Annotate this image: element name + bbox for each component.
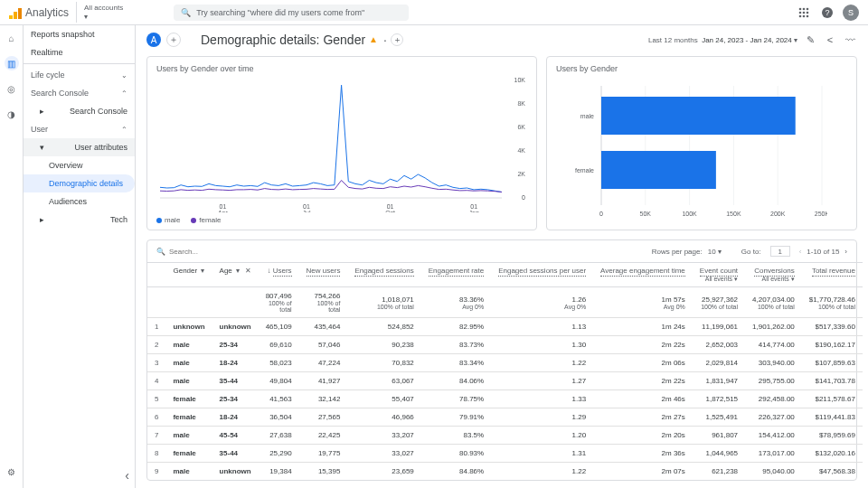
col-users[interactable]: ↓ Users — [259, 263, 299, 287]
table-row[interactable]: 3male18-2458,02347,22470,83283.34%1.222m… — [147, 354, 863, 372]
svg-point-3 — [799, 11, 802, 14]
svg-text:50K: 50K — [640, 211, 652, 217]
sidebar-item-searchconsole[interactable]: ▸ Search Console — [24, 102, 135, 120]
totals-row: 807,496100% of total754,266100% of total… — [147, 287, 863, 318]
avatar[interactable]: S — [843, 5, 859, 21]
svg-point-2 — [807, 7, 809, 10]
rail-explore-icon[interactable]: ◎ — [5, 81, 19, 96]
col-engperuser[interactable]: Engaged sessions per user — [491, 263, 593, 287]
col-avgeng[interactable]: Average engagement time — [593, 263, 693, 287]
data-table-card: 🔍 Rows per page: 10 ▾ Go to: 1 ‹ 1-10 of… — [146, 239, 857, 481]
rail-home-icon[interactable]: ⌂ — [5, 31, 19, 45]
table-row[interactable]: 2male25-3469,61057,04690,23883.73%1.302m… — [147, 336, 863, 354]
col-newusers[interactable]: New users — [299, 263, 348, 287]
table-search-input[interactable] — [169, 248, 301, 256]
col-events[interactable]: Event countAll events ▾ — [693, 263, 745, 287]
dimension-gender-header[interactable]: Gender ▾ — [173, 267, 204, 275]
svg-text:4K: 4K — [517, 147, 525, 154]
svg-text:100K: 100K — [682, 211, 697, 217]
table-row[interactable]: 7male45-5427,63822,42533,20783.5%1.202m … — [147, 427, 863, 445]
table-row[interactable]: 6female18-2436,50427,56546,96679.91%1.29… — [147, 408, 863, 427]
svg-text:01Apr: 01Apr — [218, 203, 229, 212]
global-search[interactable]: 🔍 Try searching "where did my users come… — [174, 5, 409, 21]
table-toolbar: 🔍 Rows per page: 10 ▾ Go to: 1 ‹ 1-10 of… — [147, 240, 856, 262]
data-table: Gender ▾ Age ▾✕ ↓ Users New users Engage… — [147, 262, 863, 480]
bar-chart-title: Users by Gender — [556, 64, 847, 73]
svg-point-5 — [807, 11, 809, 14]
table-row[interactable]: 1unknownunknown465,109435,464524,85282.9… — [147, 318, 863, 336]
sidebar-item-userattributes[interactable]: ▾ User attributes — [24, 138, 135, 156]
gear-icon[interactable]: ⚙ — [5, 465, 19, 479]
table-row[interactable]: 5female25-3441,56332,14255,40778.75%1.33… — [147, 390, 863, 408]
customize-report-icon[interactable]: ✎ — [803, 33, 817, 47]
table-search[interactable]: 🔍 — [156, 248, 301, 256]
bar-chart-card: Users by Gender 050K100K150K200K250Kmale… — [546, 56, 857, 230]
ga-logo: Analytics — [9, 6, 69, 19]
svg-text:150K: 150K — [726, 211, 741, 217]
col-engsess[interactable]: Engaged sessions — [347, 263, 420, 287]
warning-icon[interactable]: ▲ — [369, 34, 380, 45]
page-range: 1-10 of 15 — [807, 248, 839, 256]
rows-per-page-label: Rows per page: — [652, 248, 703, 256]
line-chart[interactable]: 02K4K6K8K10K01Apr01Jul01Oct01Jan — [156, 77, 527, 212]
col-conversions[interactable]: ConversionsAll events ▾ — [745, 263, 802, 287]
svg-point-6 — [799, 14, 802, 17]
svg-text:female: female — [575, 167, 594, 174]
svg-text:01Jul: 01Jul — [303, 203, 311, 212]
rail-advertising-icon[interactable]: ◑ — [5, 107, 19, 121]
next-page-icon[interactable]: › — [844, 248, 847, 256]
app-name: Analytics — [25, 6, 69, 19]
svg-text:2K: 2K — [517, 171, 525, 177]
svg-text:01Jan: 01Jan — [468, 203, 478, 212]
report-header: A ＋ Demographic details: Gender ▲ · ＋ La… — [146, 33, 857, 51]
collapse-sidebar-icon[interactable]: ‹ — [125, 468, 129, 483]
chevron-up-icon: ⌃ — [121, 126, 127, 134]
sidebar-item-tech[interactable]: ▸ Tech — [24, 211, 135, 229]
sidebar-item-snapshot[interactable]: Reports snapshot — [24, 25, 135, 43]
svg-point-0 — [799, 7, 802, 10]
svg-text:01Oct: 01Oct — [385, 203, 395, 212]
table-row[interactable]: 8female35-4425,29019,77533,02780.93%1.31… — [147, 445, 863, 463]
analytics-icon — [9, 6, 22, 19]
insights-icon[interactable]: 〰 — [843, 33, 857, 47]
remove-dimension-icon[interactable]: ✕ — [245, 267, 251, 275]
search-icon: 🔍 — [156, 248, 165, 256]
share-icon[interactable]: < — [823, 33, 837, 47]
sidebar-item-overview[interactable]: Overview — [24, 156, 135, 174]
col-revenue[interactable]: Total revenue — [802, 263, 863, 287]
svg-text:6K: 6K — [517, 124, 525, 130]
account-selector[interactable]: All accounts ▾ — [76, 2, 130, 23]
sidebar-item-realtime[interactable]: Realtime — [24, 43, 135, 61]
svg-text:250K: 250K — [815, 211, 827, 217]
rail-reports-icon[interactable]: ▥ — [5, 56, 19, 70]
svg-text:200K: 200K — [770, 211, 786, 217]
date-range-picker[interactable]: Last 12 months Jan 24, 2023 - Jan 24, 20… — [648, 36, 797, 44]
svg-text:10K: 10K — [514, 77, 526, 83]
add-segment-button[interactable]: ＋ — [166, 33, 181, 47]
sidebar-group-searchconsole[interactable]: Search Console⌃ — [24, 84, 135, 102]
sidebar-item-audiences[interactable]: Audiences — [24, 192, 135, 211]
svg-point-7 — [803, 14, 806, 17]
svg-text:male: male — [580, 113, 594, 119]
page-title: Demographic details: Gender ▲ · ＋ — [201, 33, 403, 47]
sidebar-group-user[interactable]: User⌃ — [24, 120, 135, 138]
line-chart-title: Users by Gender over time — [156, 64, 527, 73]
apps-icon[interactable] — [796, 5, 812, 21]
col-engrate[interactable]: Engagement rate — [421, 263, 491, 287]
bar-chart[interactable]: 050K100K150K200K250Kmalefemale — [556, 77, 827, 221]
sidebar-item-demographic[interactable]: Demographic details — [24, 174, 135, 192]
segment-all-users-button[interactable]: A — [146, 33, 161, 47]
rows-per-page-select[interactable]: 10 ▾ — [708, 248, 722, 256]
table-row[interactable]: 4male35-4449,80441,92763,06784.06%1.272m… — [147, 372, 863, 390]
help-icon[interactable]: ? — [819, 5, 835, 21]
chevron-up-icon: ⌃ — [121, 89, 127, 98]
search-placeholder: Try searching "where did my users come f… — [196, 8, 364, 17]
goto-input[interactable]: 1 — [770, 246, 790, 257]
add-comparison-button[interactable]: ＋ — [391, 33, 403, 46]
dimension-age-header[interactable]: Age ▾✕ — [220, 267, 251, 275]
table-row[interactable]: 9maleunknown19,38415,39523,65984.86%1.22… — [147, 463, 863, 481]
svg-rect-37 — [601, 151, 716, 189]
chevron-down-icon: ▾ — [84, 13, 123, 21]
prev-page-icon[interactable]: ‹ — [799, 248, 802, 256]
sidebar-group-lifecycle[interactable]: Life cycle⌄ — [24, 66, 135, 84]
